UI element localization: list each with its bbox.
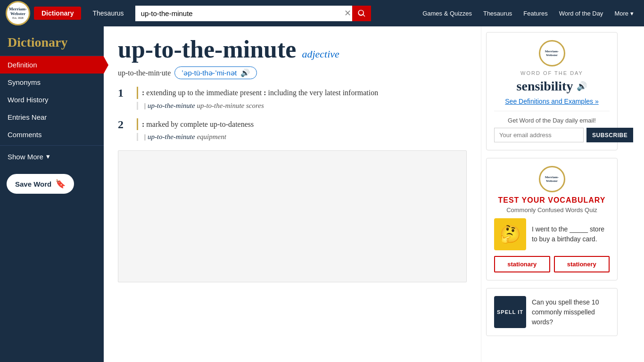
def-example-context-2: equipment [197,133,226,140]
audio-icon[interactable]: 🔊 [240,68,250,77]
def-example-context-1: up-to-the-minute scores [197,102,264,109]
search-icon [357,8,366,18]
search-clear-button[interactable]: ✕ [344,8,351,18]
wotd-label: Word of the Day [494,70,610,76]
quiz-area: 🤔 I went to the _____ store to buy a bir… [494,218,610,250]
sidebar-item-synonyms[interactable]: Synonyms [0,74,104,91]
mw-logo[interactable]: Merriam- Webster Est. 1828 [6,1,30,25]
main-content: up-to-the-minute adjective up-to-the-min… [104,26,481,362]
wotd-logo: Merriam- Webster [539,40,565,66]
sidebar-item-comments[interactable]: Comments [0,126,104,143]
sidebar-item-synonyms-label: Synonyms [8,78,41,86]
sidebar-item-definition[interactable]: Definition [0,56,104,74]
sidebar-item-comments-label: Comments [8,131,42,139]
subscribe-button[interactable]: SUBSCRIBE [586,128,633,142]
nav-links: Games & Quizzes Thesaurus Features Word … [418,7,638,20]
sidebar-item-entries-near[interactable]: Entries Near [0,108,104,126]
wotd-email-section: Get Word of the Day daily email! SUBSCRI… [494,111,610,142]
def-text-2: : marked by complete up-to-dateness [137,118,467,131]
def-colon-1b: : [264,89,266,97]
save-word-button[interactable]: Save Word 🔖 [6,173,75,195]
wotd-definitions-link[interactable]: See Definitions and Examples » [494,98,610,105]
vocab-title: Test Your Vocabulary [494,196,610,205]
search-submit-button[interactable] [352,6,371,21]
pronunciation-box: ˈəp-tü-thə-ˈmi-nət 🔊 [174,66,257,79]
sidebar-item-word-history-label: Word History [8,96,48,104]
def-main-text-1: extending up to the immediate present [146,89,262,97]
ad-block [118,150,467,282]
vocab-subtitle: Commonly Confused Words Quiz [494,206,610,214]
quiz-question: I went to the _____ store to buy a birth… [532,224,610,244]
word-pronunciation: up-to-the-min·ute ˈəp-tü-thə-ˈmi-nət 🔊 [118,66,467,79]
wotd-email-label: Get Word of the Day daily email! [494,117,610,124]
search-input[interactable] [135,6,352,21]
def-content-2: : marked by complete up-to-dateness | up… [137,118,467,141]
vocab-card: Merriam- Webster Test Your Vocabulary Co… [486,158,618,280]
quiz-answer-2[interactable]: stationery [554,256,610,272]
def-colon-2: : [142,120,144,128]
vocab-logo: Merriam- Webster [539,166,565,192]
def-number-1: 1 [118,87,129,99]
definition-1: 1 : extending up to the immediate presen… [118,87,467,110]
sidebar-title: Dictionary [0,31,104,56]
nav-thesaurus-link[interactable]: Thesaurus [479,7,517,20]
word-title: up-to-the-minute [118,36,296,63]
nav-dictionary-button[interactable]: Dictionary [34,7,81,20]
vocab-header: Merriam- Webster Test Your Vocabulary Co… [494,166,610,214]
wotd-audio-icon[interactable]: 🔊 [577,81,587,91]
vocab-logo-line1: Merriam- [545,175,559,179]
wotd-word-text: sensibility [517,79,573,94]
pronunciation-text: ˈəp-tü-thə-ˈmi-nət [182,69,237,77]
def-example-word-1: up-to-the-minute [148,102,195,109]
nav-more-link[interactable]: More ▾ [610,7,638,20]
logo-mw-text2: Webster [10,12,25,16]
nav-more-label: More [614,10,628,17]
def-main-text-1b: including the very latest information [268,89,378,97]
sidebar-item-entries-near-label: Entries Near [8,113,47,121]
wotd-logo-line1: Merriam- [545,49,559,53]
wotd-card: Merriam- Webster Word of the Day sensibi… [486,32,618,150]
save-word-label: Save Word [15,180,51,188]
nav-games-link[interactable]: Games & Quizzes [418,7,477,20]
search-bar: ✕ [135,6,371,21]
quiz-answers: stationary stationery [494,256,610,272]
right-sidebar: Merriam- Webster Word of the Day sensibi… [481,26,622,362]
sidebar-divider [0,145,104,146]
wotd-logo-line2: Webster [546,53,558,57]
show-more-label: Show More [8,153,43,161]
definition-section: 1 : extending up to the immediate presen… [118,87,467,141]
vocab-logo-line2: Webster [546,179,558,183]
def-example-1: | up-to-the-minute up-to-the-minute scor… [137,102,467,110]
sidebar: Dictionary Definition Synonyms Word Hist… [0,26,104,362]
nav-wotd-link[interactable]: Word of the Day [554,7,608,20]
sidebar-show-more[interactable]: Show More ▾ [0,148,104,165]
logo-est: Est. 1828 [12,16,23,20]
email-input[interactable] [494,128,584,142]
sidebar-item-word-history[interactable]: Word History [0,91,104,108]
def-example-word-2: up-to-the-minute [148,133,195,140]
top-nav: Merriam- Webster Est. 1828 Dictionary Th… [0,0,644,26]
nav-features-link[interactable]: Features [519,7,552,20]
nav-thesaurus-button[interactable]: Thesaurus [85,7,131,20]
spell-image: SPELL IT [494,296,526,328]
wotd-word: sensibility 🔊 [494,79,610,94]
quiz-answer-1[interactable]: stationary [494,256,550,272]
chevron-down-icon: ▾ [46,152,50,161]
def-content-1: : extending up to the immediate present … [137,87,467,110]
word-syllables: up-to-the-min·ute [118,69,171,77]
word-pos: adjective [302,48,339,60]
chevron-down-icon: ▾ [630,10,634,17]
spell-card: SPELL IT Can you spell these 10 commonly… [486,288,618,336]
def-number-2: 2 [118,118,129,131]
def-example-2: | up-to-the-minute equipment [137,133,467,141]
email-row: SUBSCRIBE [494,128,610,142]
word-header: up-to-the-minute adjective [118,36,467,63]
definition-2: 2 : marked by complete up-to-dateness | … [118,118,467,141]
bookmark-icon: 🔖 [55,179,66,189]
spell-question: Can you spell these 10 commonly misspell… [532,297,610,327]
def-main-text-2: marked by complete up-to-dateness [146,120,254,128]
sidebar-item-definition-label: Definition [8,61,37,69]
quiz-image: 🤔 [494,218,526,250]
def-colon-1: : [142,89,144,97]
spell-area: SPELL IT Can you spell these 10 commonly… [494,296,610,328]
